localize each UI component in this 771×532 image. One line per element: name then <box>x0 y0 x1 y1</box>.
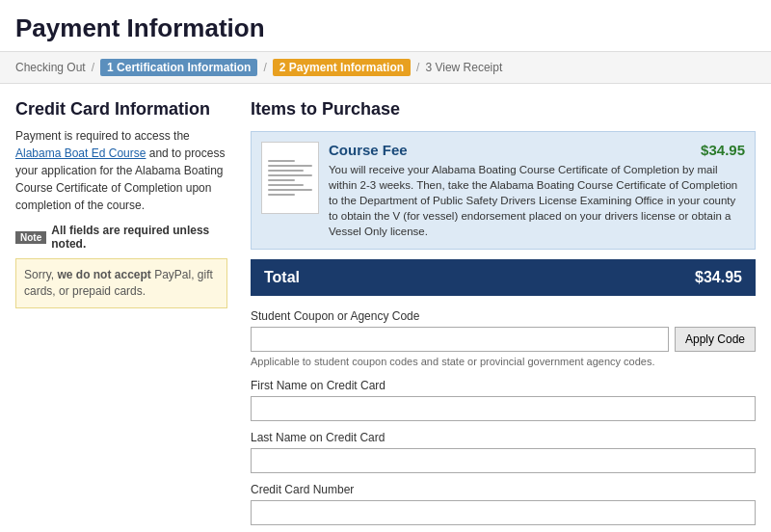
cc-description: Payment is required to access the Alabam… <box>15 127 227 214</box>
course-thumbnail <box>261 142 319 214</box>
course-info: Course Fee $34.95 You will receive your … <box>329 142 745 239</box>
breadcrumb-certification[interactable]: 1 Certification Information <box>100 59 257 76</box>
cc-number-section: Credit Card Number <box>251 483 756 525</box>
breadcrumb-sep-3: / <box>416 61 419 74</box>
course-name: Course Fee <box>329 142 408 158</box>
course-price-row: Course Fee $34.95 <box>329 142 745 162</box>
first-name-label: First Name on Credit Card <box>251 379 756 392</box>
first-name-section: First Name on Credit Card <box>251 379 756 421</box>
last-name-input[interactable] <box>251 448 756 473</box>
course-description: You will receive your Alabama Boating Co… <box>329 162 745 239</box>
cc-section-title: Credit Card Information <box>15 99 227 120</box>
last-name-label: Last Name on Credit Card <box>251 431 756 444</box>
coupon-note: Applicable to student coupon codes and s… <box>251 356 756 367</box>
page-header: Payment Information <box>0 0 771 52</box>
warning-bold: we do not accept <box>57 268 150 281</box>
last-name-section: Last Name on Credit Card <box>251 431 756 473</box>
warning-box: Sorry, we do not accept PayPal, gift car… <box>15 258 227 308</box>
note-text: All fields are required unless noted. <box>51 224 227 251</box>
left-panel: Credit Card Information Payment is requi… <box>15 99 227 532</box>
breadcrumb-checking-out[interactable]: Checking Out <box>15 61 86 74</box>
total-price: $34.95 <box>695 269 742 286</box>
total-label: Total <box>264 269 300 286</box>
course-card: Course Fee $34.95 You will receive your … <box>251 131 756 250</box>
course-price: $34.95 <box>701 142 745 158</box>
alabama-boat-ed-link[interactable]: Alabama Boat Ed Course <box>15 146 146 160</box>
note-bar: Note All fields are required unless note… <box>15 224 227 251</box>
items-section-title: Items to Purchase <box>251 99 756 120</box>
first-name-input[interactable] <box>251 396 756 421</box>
breadcrumb-receipt[interactable]: 3 View Receipt <box>425 61 502 74</box>
breadcrumb: Checking Out / 1 Certification Informati… <box>0 52 771 84</box>
coupon-row: Apply Code <box>251 327 756 352</box>
cc-number-input[interactable] <box>251 500 756 525</box>
breadcrumb-sep-1: / <box>92 61 94 74</box>
warning-text-before: Sorry, <box>24 268 57 281</box>
page-title: Payment Information <box>15 13 756 43</box>
breadcrumb-sep-2: / <box>263 61 266 74</box>
coupon-section: Student Coupon or Agency Code Apply Code… <box>251 309 756 367</box>
cc-number-label: Credit Card Number <box>251 483 756 496</box>
breadcrumb-payment[interactable]: 2 Payment Information <box>273 59 411 76</box>
note-badge: Note <box>15 231 46 244</box>
total-bar: Total $34.95 <box>251 259 756 296</box>
coupon-label: Student Coupon or Agency Code <box>251 309 756 323</box>
main-content: Credit Card Information Payment is requi… <box>0 84 771 532</box>
right-panel: Items to Purchase Course Fee $34.95 <box>251 99 756 532</box>
apply-code-button[interactable]: Apply Code <box>675 327 756 352</box>
coupon-input[interactable] <box>251 327 669 352</box>
